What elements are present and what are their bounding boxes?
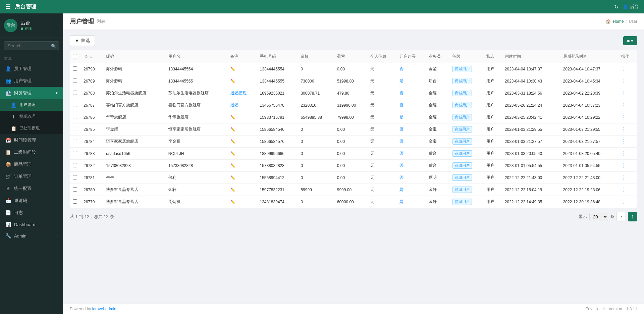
log-icon: 📄	[5, 210, 11, 215]
level-badge: 商城用户	[452, 102, 472, 108]
edit-note-icon[interactable]: ✏️	[230, 163, 235, 168]
prev-page-button[interactable]: ‹	[616, 212, 626, 221]
th-id[interactable]: ID ⇅	[81, 50, 103, 63]
sidebar-item-finance[interactable]: 🏦 财务管理 ▾	[0, 87, 63, 99]
edit-note-icon[interactable]: ✏️	[230, 67, 235, 71]
per-page-select[interactable]: 20 50 100	[589, 213, 608, 221]
cell-phone: 13456755478	[257, 99, 298, 111]
buy-no[interactable]: 否	[399, 139, 404, 144]
buy-no[interactable]: 否	[399, 175, 404, 180]
cell-created: 2022-12-22 21:43:00	[502, 172, 560, 184]
action-menu-icon[interactable]: ⋮	[621, 139, 627, 144]
sidebar-item-processed[interactable]: 📋 已处理提现	[0, 122, 63, 134]
action-menu-icon[interactable]: ⋮	[621, 151, 627, 156]
action-menu-icon[interactable]: ⋮	[621, 187, 627, 193]
sidebar-item-config[interactable]: 🖥 统一配置	[0, 182, 63, 195]
edit-note-icon[interactable]: ✏️	[230, 175, 235, 180]
edit-note-icon[interactable]: ✏️	[230, 127, 235, 132]
sidebar-item-orders[interactable]: 🛒 订单管理	[0, 170, 63, 182]
sidebar-item-invite[interactable]: 📩 邀请码	[0, 195, 63, 207]
row-checkbox[interactable]	[73, 175, 77, 179]
action-menu-icon[interactable]: ⋮	[621, 78, 627, 84]
sidebar-item-admin[interactable]: 🔧 Admin ›	[0, 230, 63, 242]
action-menu-icon[interactable]: ⋮	[621, 90, 627, 96]
row-checkbox[interactable]	[73, 151, 77, 155]
action-menu-icon[interactable]: ⋮	[621, 163, 627, 168]
pagination-right: 显示 20 50 100 条 ‹ 1	[579, 212, 637, 221]
action-menu-icon[interactable]: ⋮	[621, 66, 627, 72]
refresh-icon[interactable]: ↻	[614, 4, 619, 10]
cell-phone: 15933716791	[257, 111, 298, 123]
row-checkbox[interactable]	[73, 127, 77, 131]
edit-note-icon[interactable]: ✏️	[230, 139, 235, 144]
buy-no[interactable]: 否	[399, 127, 404, 132]
cell-note: 退还提现	[228, 87, 257, 99]
sidebar-item-timeslot2[interactable]: 📋 二级时间段	[0, 146, 63, 158]
buy-yes[interactable]: 是	[399, 115, 404, 119]
buy-yes[interactable]: 是	[399, 199, 404, 204]
edit-note-icon[interactable]: ✏️	[230, 151, 235, 156]
cell-note: ✏️	[228, 160, 257, 172]
sidebar-item-withdraw[interactable]: ⬆ 提现管理	[0, 111, 63, 122]
row-checkbox[interactable]	[73, 103, 77, 107]
buy-no[interactable]: 否	[399, 151, 404, 156]
cell-id: 26784	[81, 136, 103, 148]
sidebar-item-dashboard[interactable]: 📊 Dashboard	[0, 219, 63, 230]
buy-yes[interactable]: 是	[399, 187, 404, 192]
row-checkbox[interactable]	[73, 115, 77, 119]
buy-no[interactable]: 否	[399, 103, 404, 107]
hamburger-icon[interactable]: ☰	[5, 3, 11, 10]
cell-note: ✏️	[228, 111, 257, 123]
level-badge: 商城用户	[452, 138, 472, 145]
buy-no[interactable]: 否	[399, 66, 404, 71]
row-checkbox[interactable]	[73, 139, 77, 143]
footer: Powered by laravel-admin Env local Versi…	[63, 304, 644, 314]
sidebar-item-goods[interactable]: 📦 商品管理	[0, 158, 63, 170]
cell-status: 用户	[484, 196, 502, 208]
sidebar-item-staff[interactable]: 👤 员工管理	[0, 63, 63, 75]
edit-note-icon[interactable]: ✏️	[230, 115, 235, 120]
columns-button[interactable]: ■ ▾	[623, 36, 637, 45]
row-checkbox-cell	[70, 196, 81, 208]
edit-note-icon[interactable]: ✏️	[230, 79, 235, 84]
sidebar-item-log[interactable]: 📄 日志	[0, 207, 63, 219]
row-checkbox[interactable]	[73, 66, 77, 71]
cell-salesman: 金轩	[426, 196, 450, 208]
cell-phone: 13481839474	[257, 196, 298, 208]
pagination-per-label: 条	[610, 214, 614, 220]
note-link[interactable]: 退还	[230, 103, 238, 107]
row-checkbox[interactable]	[73, 163, 77, 167]
page-1-button[interactable]: 1	[628, 212, 637, 221]
action-menu-icon[interactable]: ⋮	[621, 102, 627, 108]
edit-note-icon[interactable]: ✏️	[230, 188, 235, 192]
note-link[interactable]: 退还提现	[230, 91, 247, 95]
cell-username: 李金耀	[166, 136, 228, 148]
sidebar-item-processed-label: 已处理提现	[19, 125, 40, 131]
filter-button[interactable]: ▼ 筛选	[70, 35, 95, 46]
sidebar-item-user[interactable]: 👥 用户管理	[0, 75, 63, 87]
cell-nickname: 海外源码	[103, 75, 165, 87]
action-menu-icon[interactable]: ⋮	[621, 199, 627, 205]
finance-item-left: 🏦 财务管理	[5, 90, 32, 96]
action-menu-icon[interactable]: ⋮	[621, 175, 627, 180]
cell-salesman: 金耀	[426, 87, 450, 99]
row-checkbox[interactable]	[73, 78, 77, 83]
breadcrumb-bar-left: 用户管理 列表	[70, 17, 105, 25]
buy-no[interactable]: 否	[399, 163, 404, 168]
sidebar-item-goods-label: 商品管理	[14, 161, 32, 167]
action-menu-icon[interactable]: ⋮	[621, 126, 627, 132]
user-menu[interactable]: 👤 后台	[623, 4, 639, 10]
select-all-checkbox[interactable]	[73, 54, 77, 58]
row-checkbox[interactable]	[73, 187, 77, 192]
sidebar-item-user-mgmt[interactable]: 👤 用户管理	[0, 99, 63, 111]
breadcrumb-home[interactable]: Home	[613, 19, 624, 24]
sidebar-item-timeslot[interactable]: 📅 时间段管理	[0, 134, 63, 146]
row-checkbox[interactable]	[73, 199, 77, 204]
edit-note-icon[interactable]: ✏️	[230, 200, 235, 204]
buy-no[interactable]: 否	[399, 91, 404, 95]
laravel-admin-link[interactable]: laravel-admin	[92, 307, 116, 311]
action-menu-icon[interactable]: ⋮	[621, 114, 627, 120]
buy-yes[interactable]: 是	[399, 78, 404, 83]
cell-username: 13344445554	[166, 63, 228, 75]
row-checkbox[interactable]	[73, 91, 77, 95]
